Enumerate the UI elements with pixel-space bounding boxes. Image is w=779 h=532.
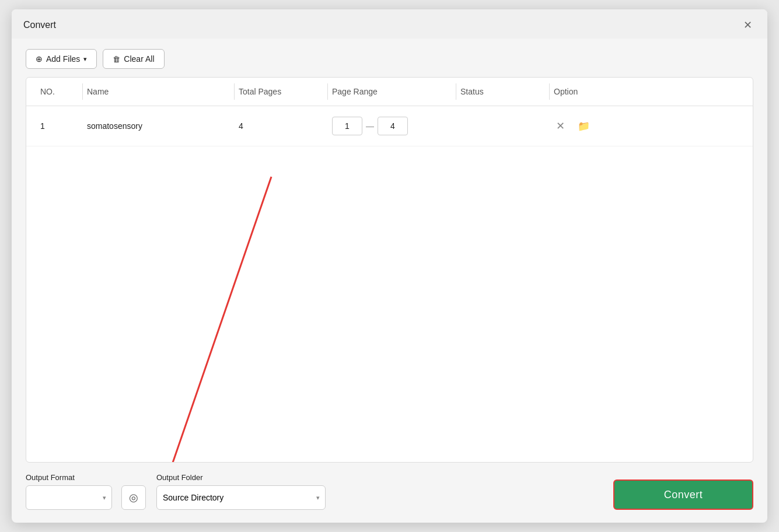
close-button[interactable]: ✕ (740, 18, 756, 33)
delete-row-button[interactable]: ✕ (554, 117, 567, 135)
output-folder-select[interactable]: Source Directory (156, 485, 326, 510)
title-bar: Convert ✕ (12, 9, 767, 38)
output-folder-select-wrapper: Source Directory ▾ (156, 485, 326, 510)
settings-icon: ◎ (129, 491, 138, 504)
col-status: Status (456, 78, 549, 106)
svg-line-1 (155, 177, 271, 463)
window-title: Convert (23, 20, 56, 30)
clear-all-label: Clear All (124, 54, 154, 64)
trash-icon: 🗑 (113, 55, 120, 64)
page-from-input[interactable] (332, 117, 362, 135)
col-page-range: Page Range (327, 78, 456, 106)
toolbar: ⊕ Add Files ▾ 🗑 Clear All (12, 38, 767, 77)
output-format-group: Output Format ▾ ◎ (26, 473, 146, 510)
table-row: 1 somatosensory 4 — ✕ 📁 (26, 106, 753, 146)
output-folder-group: Output Folder Source Directory ▾ (156, 473, 326, 510)
output-format-select-wrapper: ▾ (26, 485, 112, 510)
convert-button[interactable]: Convert (613, 480, 753, 510)
page-to-input[interactable] (378, 117, 408, 135)
cell-no: 1 (36, 111, 82, 141)
cell-total-pages: 4 (234, 111, 327, 141)
delete-row-icon: ✕ (556, 120, 565, 132)
main-window: Convert ✕ ⊕ Add Files ▾ 🗑 Clear All NO. … (12, 9, 767, 523)
col-option: Option (549, 78, 631, 106)
open-folder-button[interactable]: 📁 (575, 118, 592, 135)
col-no: NO. (36, 78, 82, 106)
add-files-chevron-icon: ▾ (83, 55, 87, 63)
convert-label: Convert (664, 489, 703, 501)
table-header: NO. Name Total Pages Page Range Status O… (26, 78, 753, 106)
add-files-button[interactable]: ⊕ Add Files ▾ (26, 49, 97, 69)
bottom-left-controls: Output Format ▾ ◎ Output Folder (26, 473, 326, 510)
col-total-pages: Total Pages (234, 78, 327, 106)
cell-page-range: — (327, 106, 456, 146)
format-settings-button[interactable]: ◎ (121, 485, 146, 510)
page-dash: — (366, 121, 374, 131)
add-files-label: Add Files (46, 54, 80, 64)
add-icon: ⊕ (36, 54, 43, 64)
cell-name: somatosensory (82, 111, 234, 141)
clear-all-button[interactable]: 🗑 Clear All (103, 49, 164, 69)
output-format-select[interactable] (26, 485, 112, 510)
close-icon: ✕ (743, 19, 752, 31)
cell-status (456, 116, 549, 136)
col-name: Name (82, 78, 234, 106)
folder-icon: 📁 (578, 121, 590, 132)
cell-option: ✕ 📁 (549, 107, 631, 145)
bottom-bar: Output Format ▾ ◎ Output Folder (12, 463, 767, 523)
output-format-label: Output Format (26, 473, 146, 482)
files-table: NO. Name Total Pages Page Range Status O… (26, 77, 753, 463)
output-folder-label: Output Folder (156, 473, 326, 482)
annotation-arrow (85, 171, 283, 463)
